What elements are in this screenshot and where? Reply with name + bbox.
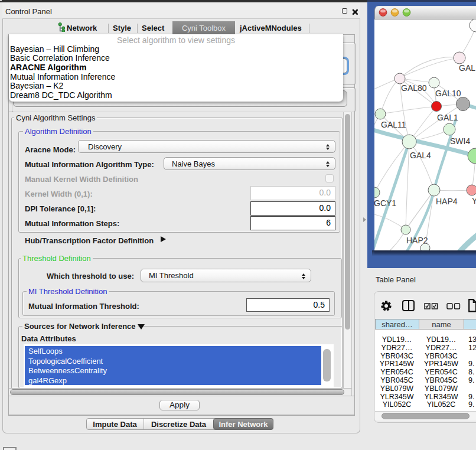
svg-text:GAL80: GAL80 [401,83,427,93]
svg-text:GCY1: GCY1 [374,198,396,208]
svg-text:GAL11: GAL11 [381,120,406,129]
svg-text:HAP2: HAP2 [406,236,428,245]
svg-text:GAL10: GAL10 [435,89,461,98]
svg-text:GAL1: GAL1 [437,113,458,122]
svg-text:HAP4: HAP4 [436,197,458,206]
svg-text:GAL4: GAL4 [410,151,431,160]
svg-text:SWI4: SWI4 [450,136,470,146]
svg-text:Y: Y [472,196,476,206]
svg-text:GAL: GAL [459,63,475,73]
